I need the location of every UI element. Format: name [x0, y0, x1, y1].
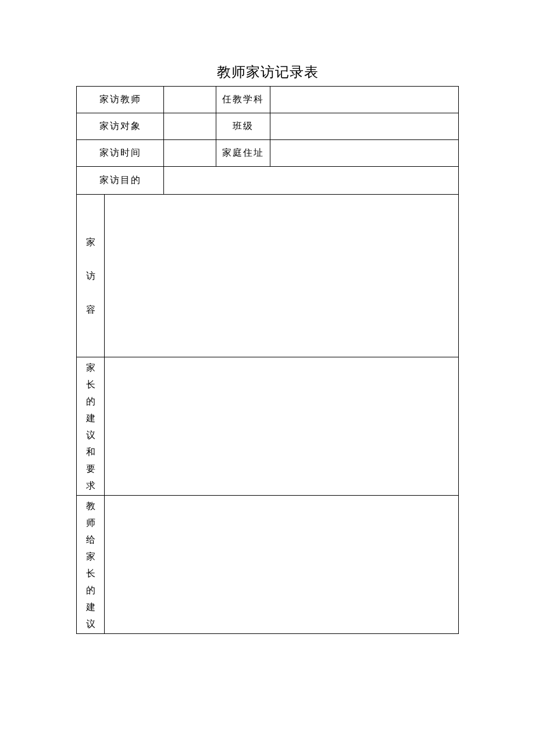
page-title: 教师家访记录表 [0, 0, 535, 86]
value-visiting-teacher[interactable] [164, 87, 216, 113]
value-subject[interactable] [270, 87, 459, 113]
value-visit-purpose[interactable] [164, 167, 459, 195]
row-visit-content: 家访容 [77, 195, 459, 357]
label-teacher-advice-text: 教师给家长的建议 [86, 497, 95, 632]
value-teacher-advice[interactable] [105, 496, 459, 634]
value-visit-content[interactable] [105, 195, 459, 357]
label-visit-content-text: 家访容 [86, 225, 95, 327]
row-subject-person: 家访对象 班级 [77, 113, 459, 140]
label-parent-suggestion: 家长的建议和要求 [77, 357, 105, 496]
row-purpose: 家访目的 [77, 167, 459, 195]
value-visit-subject[interactable] [164, 113, 216, 140]
value-visit-time[interactable] [164, 140, 216, 167]
row-time: 家访时间 家庭住址 [77, 140, 459, 167]
row-parent-suggestion: 家长的建议和要求 [77, 357, 459, 496]
label-visit-purpose: 家访目的 [77, 167, 164, 195]
label-visit-time: 家访时间 [77, 140, 164, 167]
label-parent-suggestion-text: 家长的建议和要求 [86, 359, 95, 494]
label-address: 家庭住址 [216, 140, 270, 167]
label-class: 班级 [216, 113, 270, 140]
label-visiting-teacher: 家访教师 [77, 87, 164, 113]
visit-record-table: 家访教师 任教学科 家访对象 班级 家访时间 家庭住址 家访目的 家访容 家长的… [76, 86, 459, 634]
value-class[interactable] [270, 113, 459, 140]
label-subject: 任教学科 [216, 87, 270, 113]
label-visit-content: 家访容 [77, 195, 105, 357]
row-teacher-advice: 教师给家长的建议 [77, 496, 459, 634]
value-parent-suggestion[interactable] [105, 357, 459, 496]
label-teacher-advice: 教师给家长的建议 [77, 496, 105, 634]
label-visit-subject: 家访对象 [77, 113, 164, 140]
value-address[interactable] [270, 140, 459, 167]
row-teacher: 家访教师 任教学科 [77, 87, 459, 113]
